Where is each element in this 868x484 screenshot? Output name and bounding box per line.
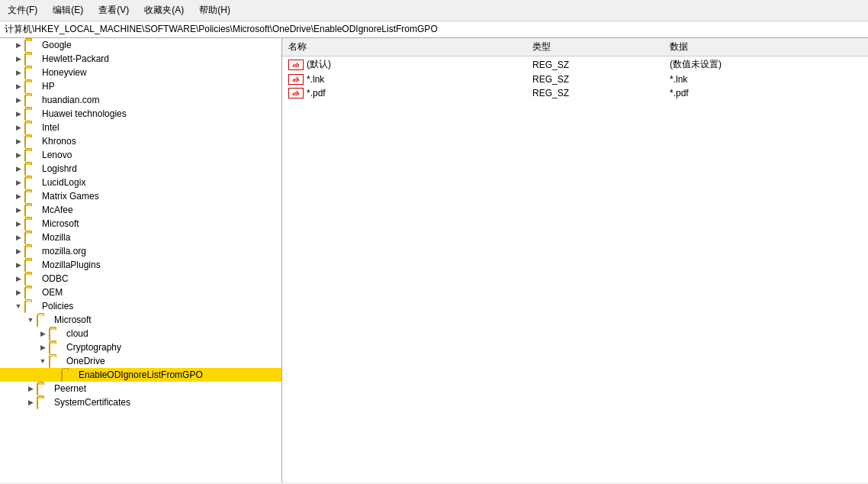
- expand-onedrive[interactable]: [37, 357, 49, 365]
- folder-icon-logishrd: [24, 163, 38, 174]
- tree-item-intel[interactable]: Intel: [0, 121, 281, 134]
- tree-item-hewlett[interactable]: Hewlett-Packard: [0, 52, 281, 66]
- menu-file[interactable]: 文件(F): [3, 2, 42, 18]
- expand-khronos[interactable]: [12, 137, 24, 145]
- expand-cloud[interactable]: [37, 330, 49, 337]
- folder-icon-matrixgames: [24, 191, 38, 202]
- expand-oem[interactable]: [12, 289, 24, 296]
- label-lenovo: Lenovo: [40, 150, 72, 160]
- tree-item-huawei[interactable]: Huawei technologies: [0, 107, 281, 121]
- detail-header-row: 名称 类型 数据: [282, 38, 868, 56]
- menu-favorites[interactable]: 收藏夹(A): [140, 2, 188, 18]
- folder-icon-odbc: [24, 273, 38, 284]
- tree-item-enableod[interactable]: EnableODIgnoreListFromGPO: [0, 368, 281, 382]
- tree-item-policies[interactable]: Policies: [0, 299, 281, 313]
- menu-edit[interactable]: 编辑(E): [48, 2, 88, 18]
- expand-peernet[interactable]: [24, 385, 37, 392]
- expand-microsoft[interactable]: [12, 220, 24, 227]
- addressbar: 计算机\HKEY_LOCAL_MACHINE\SOFTWARE\Policies…: [0, 21, 868, 38]
- tree-item-honeyview[interactable]: Honeyview: [0, 66, 281, 79]
- tree-item-cryptography[interactable]: Cryptography: [0, 340, 281, 354]
- label-oem: OEM: [40, 287, 63, 298]
- detail-cell-type-1: REG_SZ: [526, 73, 664, 86]
- expand-policies[interactable]: [12, 302, 24, 310]
- tree-item-mozillaorg[interactable]: mozilla.org: [0, 244, 281, 258]
- expand-lenovo[interactable]: [12, 151, 24, 159]
- label-microsoft2: Microsoft: [53, 315, 92, 325]
- expand-lucidlogix[interactable]: [12, 179, 24, 186]
- expand-hp[interactable]: [12, 82, 24, 90]
- folder-icon-khronos: [24, 136, 38, 147]
- tree-item-mozillaplugins[interactable]: MozillaPlugins: [0, 258, 281, 272]
- tree-item-oem[interactable]: OEM: [0, 286, 281, 299]
- folder-icon-mcafee: [24, 205, 38, 215]
- label-khronos: Khronos: [40, 136, 76, 147]
- expand-intel[interactable]: [12, 124, 24, 131]
- expand-mozillaorg[interactable]: [12, 247, 24, 255]
- expand-cryptography[interactable]: [37, 344, 49, 351]
- menu-help[interactable]: 帮助(H): [194, 2, 235, 18]
- folder-icon-microsoft2: [37, 315, 50, 325]
- col-header-type[interactable]: 类型: [526, 38, 664, 56]
- folder-icon-cloud: [49, 328, 63, 339]
- label-enableod: EnableODIgnoreListFromGPO: [77, 369, 203, 380]
- tree-item-matrixgames[interactable]: Matrix Games: [0, 189, 281, 203]
- folder-icon-policies: [24, 301, 38, 311]
- tree-item-mcafee[interactable]: McAfee: [0, 203, 281, 217]
- tree-item-google[interactable]: Google: [0, 38, 281, 52]
- expand-huandian[interactable]: [12, 96, 24, 104]
- folder-icon-peernet: [37, 383, 50, 394]
- main-container: Google Hewlett-Packard Honeyview HP: [0, 38, 868, 482]
- expand-google[interactable]: [12, 41, 24, 49]
- detail-cell-data-1: *.lnk: [664, 73, 868, 86]
- menubar: 文件(F) 编辑(E) 查看(V) 收藏夹(A) 帮助(H): [0, 0, 868, 21]
- tree-item-lenovo[interactable]: Lenovo: [0, 148, 281, 162]
- tree-item-onedrive[interactable]: OneDrive: [0, 354, 281, 368]
- detail-row-2[interactable]: ab*.pdfREG_SZ*.pdf: [282, 86, 868, 100]
- tree-item-mozilla[interactable]: Mozilla: [0, 231, 281, 244]
- expand-microsoft2[interactable]: [24, 316, 37, 324]
- folder-icon-onedrive: [49, 356, 63, 366]
- folder-icon-intel: [24, 122, 38, 133]
- tree-item-huandian[interactable]: huandian.com: [0, 93, 281, 107]
- label-cloud: cloud: [65, 328, 88, 339]
- expand-honeyview[interactable]: [12, 69, 24, 76]
- expand-systemcerts[interactable]: [24, 398, 37, 406]
- tree-item-microsoft2[interactable]: Microsoft: [0, 313, 281, 327]
- expand-mozillaplugins[interactable]: [12, 261, 24, 269]
- folder-icon-mozilla: [24, 232, 38, 243]
- tree-item-khronos[interactable]: Khronos: [0, 134, 281, 148]
- folder-icon-hewlett: [24, 53, 38, 64]
- expand-hewlett[interactable]: [12, 55, 24, 63]
- menu-view[interactable]: 查看(V): [94, 2, 133, 18]
- expand-odbc[interactable]: [12, 275, 24, 282]
- expand-logishrd[interactable]: [12, 165, 24, 173]
- tree-item-hp[interactable]: HP: [0, 79, 281, 93]
- detail-row-0[interactable]: ab(默认)REG_SZ(数值未设置): [282, 56, 868, 73]
- tree-pane[interactable]: Google Hewlett-Packard Honeyview HP: [0, 38, 282, 482]
- tree-item-odbc[interactable]: ODBC: [0, 272, 281, 286]
- expand-mcafee[interactable]: [12, 206, 24, 214]
- tree-item-logishrd[interactable]: Logishrd: [0, 162, 281, 176]
- label-logishrd: Logishrd: [40, 163, 77, 174]
- folder-icon-huawei: [24, 108, 38, 119]
- tree-item-systemcerts[interactable]: SystemCertificates: [0, 395, 281, 409]
- label-intel: Intel: [40, 122, 59, 133]
- detail-pane: 名称 类型 数据 ab(默认)REG_SZ(数值未设置)ab*.lnkREG_S…: [282, 38, 868, 482]
- col-header-name[interactable]: 名称: [282, 38, 526, 56]
- tree-item-peernet[interactable]: Peernet: [0, 382, 281, 395]
- tree-item-microsoft[interactable]: Microsoft: [0, 217, 281, 231]
- label-honeyview: Honeyview: [40, 67, 87, 78]
- tree-item-cloud[interactable]: cloud: [0, 327, 281, 340]
- folder-icon-lenovo: [24, 150, 38, 160]
- folder-icon-cryptography: [49, 342, 63, 353]
- detail-row-1[interactable]: ab*.lnkREG_SZ*.lnk: [282, 73, 868, 86]
- expand-matrixgames[interactable]: [12, 192, 24, 200]
- expand-huawei[interactable]: [12, 110, 24, 118]
- col-header-data[interactable]: 数据: [664, 38, 868, 56]
- tree-item-lucidlogix[interactable]: LucidLogix: [0, 176, 281, 189]
- detail-cell-type-0: REG_SZ: [526, 56, 664, 73]
- label-mozillaorg: mozilla.org: [40, 246, 86, 257]
- label-odbc: ODBC: [40, 273, 69, 284]
- expand-mozilla[interactable]: [12, 234, 24, 241]
